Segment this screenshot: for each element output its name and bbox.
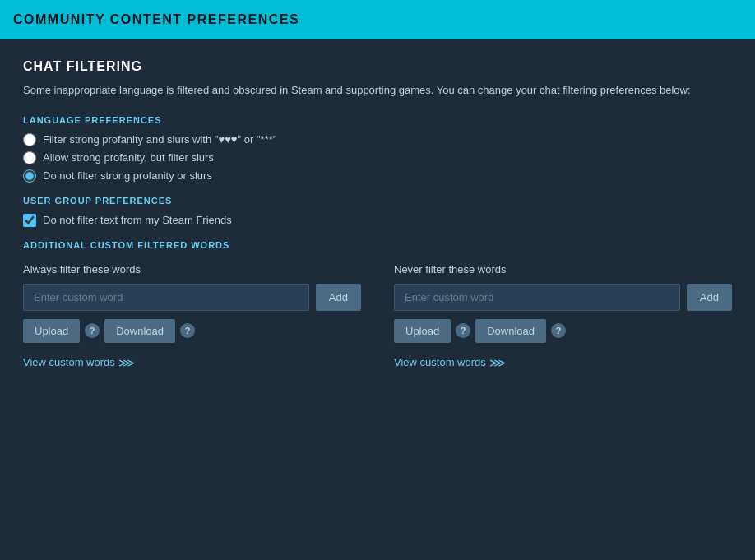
always-filter-chevron-icon: ⋙ — [118, 356, 133, 369]
always-filter-download-button[interactable]: Download — [104, 319, 175, 343]
always-filter-action-row: Upload ? Download ? — [23, 319, 361, 343]
steam-friends-checkbox-item: Do not filter text from my Steam Friends — [23, 214, 732, 227]
always-filter-view-custom-link[interactable]: View custom words ⋙ — [23, 356, 361, 369]
language-preferences-section: LANGUAGE PREFERENCES Filter strong profa… — [23, 115, 732, 183]
always-filter-title: Always filter these words — [23, 263, 361, 275]
radio-filter-strong-label[interactable]: Filter strong profanity and slurs with "… — [43, 133, 276, 146]
radio-item-no-filter: Do not filter strong profanity or slurs — [23, 169, 732, 183]
chat-filtering-title: CHAT FILTERING — [23, 59, 732, 74]
never-filter-upload-help-icon[interactable]: ? — [456, 323, 470, 338]
radio-filter-strong[interactable] — [23, 133, 36, 146]
never-filter-title: Never filter these words — [394, 263, 732, 275]
always-filter-upload-button[interactable]: Upload — [23, 319, 80, 343]
additional-custom-section: ADDITIONAL CUSTOM FILTERED WORDS Always … — [23, 240, 732, 369]
always-filter-column: Always filter these words Add Upload ? D… — [23, 263, 361, 369]
page-title: COMMUNITY CONTENT PREFERENCES — [13, 12, 299, 27]
never-filter-column: Never filter these words Add Upload ? Do… — [394, 263, 732, 369]
radio-no-filter-label[interactable]: Do not filter strong profanity or slurs — [43, 169, 212, 182]
always-filter-download-help-icon[interactable]: ? — [180, 323, 195, 338]
filter-columns: Always filter these words Add Upload ? D… — [23, 263, 732, 369]
always-filter-input[interactable] — [23, 284, 309, 311]
language-preferences-title: LANGUAGE PREFERENCES — [23, 115, 732, 125]
main-content: CHAT FILTERING Some inappropriate langua… — [0, 39, 755, 560]
never-filter-input-row: Add — [394, 284, 732, 311]
never-filter-view-custom-text: View custom words — [394, 356, 486, 368]
chat-filtering-description: Some inappropriate language is filtered … — [23, 82, 732, 99]
steam-friends-checkbox[interactable] — [23, 214, 36, 227]
always-filter-upload-help-icon[interactable]: ? — [85, 323, 100, 338]
never-filter-input[interactable] — [394, 284, 680, 311]
never-filter-download-help-icon[interactable]: ? — [551, 323, 566, 338]
title-bar: COMMUNITY CONTENT PREFERENCES — [0, 0, 755, 39]
language-radio-group: Filter strong profanity and slurs with "… — [23, 133, 732, 183]
radio-item-filter-strong: Filter strong profanity and slurs with "… — [23, 133, 732, 146]
never-filter-upload-button[interactable]: Upload — [394, 319, 451, 343]
radio-item-allow-strong: Allow strong profanity, but filter slurs — [23, 151, 732, 164]
never-filter-action-row: Upload ? Download ? — [394, 319, 732, 343]
always-filter-input-row: Add — [23, 284, 361, 311]
chat-filtering-section: CHAT FILTERING Some inappropriate langua… — [23, 59, 732, 99]
always-filter-add-button[interactable]: Add — [316, 284, 361, 311]
radio-allow-strong-label[interactable]: Allow strong profanity, but filter slurs — [43, 151, 214, 164]
never-filter-add-button[interactable]: Add — [687, 284, 732, 311]
never-filter-chevron-icon: ⋙ — [489, 356, 504, 369]
radio-allow-strong[interactable] — [23, 151, 36, 164]
never-filter-download-button[interactable]: Download — [475, 319, 546, 343]
steam-friends-label[interactable]: Do not filter text from my Steam Friends — [43, 214, 232, 226]
never-filter-view-custom-link[interactable]: View custom words ⋙ — [394, 356, 732, 369]
additional-custom-title: ADDITIONAL CUSTOM FILTERED WORDS — [23, 240, 732, 250]
always-filter-view-custom-text: View custom words — [23, 356, 115, 368]
radio-no-filter[interactable] — [23, 169, 36, 183]
user-group-title: USER GROUP PREFERENCES — [23, 196, 732, 206]
user-group-preferences-section: USER GROUP PREFERENCES Do not filter tex… — [23, 196, 732, 227]
